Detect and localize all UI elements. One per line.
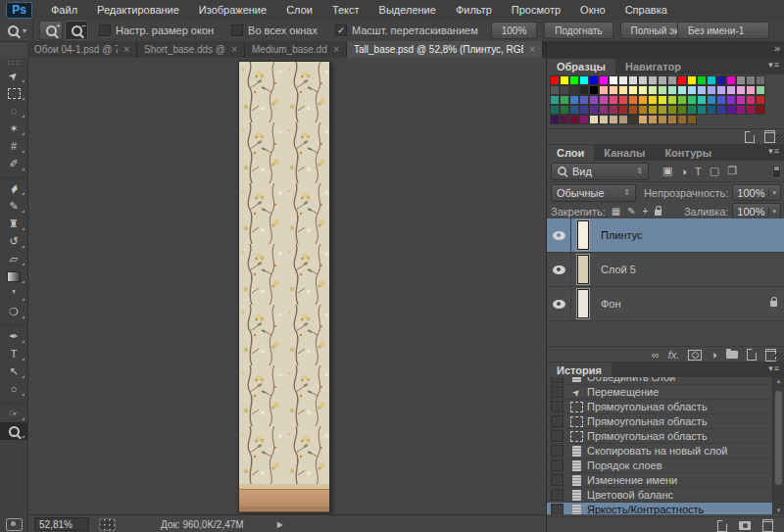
collapse-panels-icon[interactable]: » bbox=[774, 42, 779, 54]
delete-swatch-button[interactable] bbox=[764, 130, 775, 143]
history-state-row[interactable]: Прямоугольная область bbox=[547, 429, 784, 444]
color-swatch[interactable] bbox=[736, 85, 746, 95]
color-swatch[interactable] bbox=[550, 105, 560, 115]
history-state-row[interactable]: Прямоугольная область bbox=[547, 414, 784, 429]
healing-brush-tool[interactable]: ▰ bbox=[0, 177, 27, 197]
color-swatch[interactable] bbox=[756, 105, 765, 115]
color-swatch[interactable] bbox=[628, 105, 638, 115]
color-swatch[interactable] bbox=[716, 75, 726, 85]
zoom-out-button[interactable]: − bbox=[65, 21, 88, 40]
panel-menu-icon[interactable]: ▾≡ bbox=[768, 60, 780, 70]
gradient-tool[interactable] bbox=[0, 267, 27, 285]
color-swatch[interactable] bbox=[687, 105, 697, 115]
color-swatch[interactable] bbox=[628, 75, 638, 85]
scroll-up-icon[interactable]: ▲ bbox=[773, 378, 784, 384]
color-swatch[interactable] bbox=[648, 85, 658, 95]
color-swatch[interactable] bbox=[618, 75, 628, 85]
horizontal-type-tool[interactable]: T bbox=[0, 345, 27, 363]
color-swatch[interactable] bbox=[599, 95, 609, 105]
fill-field[interactable]: 100% ▾ bbox=[732, 203, 781, 219]
add-mask-button[interactable] bbox=[688, 350, 702, 361]
dodge-tool[interactable]: ❍ bbox=[0, 303, 27, 320]
history-source-checkbox[interactable] bbox=[551, 504, 564, 514]
layer-row[interactable]: Плинтус bbox=[547, 218, 784, 253]
color-swatch[interactable] bbox=[550, 115, 560, 124]
document-canvas[interactable] bbox=[238, 61, 330, 512]
color-swatch[interactable] bbox=[687, 75, 697, 85]
delete-state-button[interactable] bbox=[762, 519, 773, 532]
color-swatch[interactable] bbox=[697, 85, 707, 95]
color-swatch[interactable] bbox=[736, 75, 746, 85]
pen-tool[interactable]: ✒ bbox=[0, 325, 27, 345]
options-button[interactable]: 100% bbox=[491, 22, 538, 39]
document-tab[interactable]: Medium_base.dds @ 10...× bbox=[245, 41, 347, 58]
current-tool-well[interactable]: ▾ bbox=[0, 20, 33, 41]
color-swatch[interactable] bbox=[707, 95, 716, 105]
options-button[interactable]: Подогнать bbox=[544, 22, 612, 39]
color-swatch[interactable] bbox=[746, 85, 756, 95]
color-swatch[interactable] bbox=[579, 105, 589, 115]
color-swatch[interactable] bbox=[628, 95, 638, 105]
close-icon[interactable]: × bbox=[123, 44, 129, 55]
color-swatch[interactable] bbox=[569, 85, 579, 95]
color-swatch[interactable] bbox=[569, 105, 579, 115]
color-swatch[interactable] bbox=[658, 115, 667, 124]
color-swatch[interactable] bbox=[756, 75, 765, 85]
color-swatch[interactable] bbox=[628, 115, 638, 124]
color-swatch[interactable] bbox=[589, 95, 599, 105]
color-swatch[interactable] bbox=[579, 75, 589, 85]
history-source-checkbox[interactable] bbox=[551, 474, 564, 486]
color-swatch[interactable] bbox=[589, 105, 599, 115]
color-swatch[interactable] bbox=[677, 115, 687, 124]
color-swatch[interactable] bbox=[569, 95, 579, 105]
tab-swatches[interactable]: Образцы bbox=[547, 59, 615, 74]
history-state-row[interactable]: Яркость/Контрастность bbox=[547, 503, 784, 514]
color-swatch[interactable] bbox=[560, 105, 569, 115]
color-swatch[interactable] bbox=[697, 95, 707, 105]
color-swatch[interactable] bbox=[550, 75, 560, 85]
close-icon[interactable]: × bbox=[333, 44, 339, 55]
color-swatch[interactable] bbox=[726, 85, 736, 95]
options-checkbox[interactable]: ✓Масшт. перетаскиванием bbox=[335, 24, 478, 36]
new-layer-button[interactable] bbox=[747, 349, 757, 361]
color-swatch[interactable] bbox=[638, 75, 648, 85]
options-checkbox[interactable]: Настр. размер окон bbox=[99, 24, 214, 36]
color-swatch[interactable] bbox=[560, 85, 569, 95]
tab-слои[interactable]: Слои bbox=[547, 145, 594, 161]
color-swatch[interactable] bbox=[579, 85, 589, 95]
color-swatch[interactable] bbox=[609, 95, 618, 105]
history-state-row[interactable]: Скопировать на новый слой bbox=[547, 444, 784, 459]
color-swatch[interactable] bbox=[716, 105, 726, 115]
color-swatch[interactable] bbox=[648, 105, 658, 115]
scrollbar-thumb[interactable] bbox=[775, 391, 782, 485]
color-swatch[interactable] bbox=[658, 85, 667, 95]
history-source-checkbox[interactable] bbox=[551, 377, 564, 383]
history-brush-tool[interactable]: ↺ bbox=[0, 232, 27, 250]
color-swatch[interactable] bbox=[560, 115, 569, 124]
crop-tool[interactable]: # bbox=[0, 137, 27, 155]
color-swatch[interactable] bbox=[658, 75, 667, 85]
options-checkbox[interactable]: Во всех окнах bbox=[231, 24, 318, 36]
color-swatch[interactable] bbox=[667, 105, 677, 115]
brush-tool[interactable]: ✎ bbox=[0, 197, 27, 215]
color-swatch[interactable] bbox=[697, 75, 707, 85]
opacity-field[interactable]: 100% ▾ bbox=[732, 184, 781, 201]
color-swatch[interactable] bbox=[726, 75, 736, 85]
layer-filter-select[interactable]: Вид ⇕ bbox=[551, 163, 649, 180]
close-icon[interactable]: × bbox=[231, 44, 237, 55]
layer-style-button[interactable]: fx. bbox=[668, 349, 680, 361]
lock-all-icon[interactable] bbox=[655, 210, 662, 216]
color-swatch[interactable] bbox=[638, 95, 648, 105]
color-swatch[interactable] bbox=[638, 85, 648, 95]
hand-tool[interactable]: ☞ bbox=[0, 403, 27, 422]
tab-navigator[interactable]: Навигатор bbox=[615, 59, 691, 74]
color-swatch[interactable] bbox=[579, 95, 589, 105]
color-swatch[interactable] bbox=[736, 105, 746, 115]
color-swatch[interactable] bbox=[638, 105, 648, 115]
color-swatch[interactable] bbox=[618, 115, 628, 124]
color-swatch[interactable] bbox=[589, 75, 599, 85]
color-swatch[interactable] bbox=[609, 85, 618, 95]
new-snapshot-button[interactable] bbox=[739, 521, 751, 530]
blend-mode-select[interactable]: Обычные ⇕ bbox=[551, 184, 636, 202]
color-swatch[interactable] bbox=[687, 85, 697, 95]
